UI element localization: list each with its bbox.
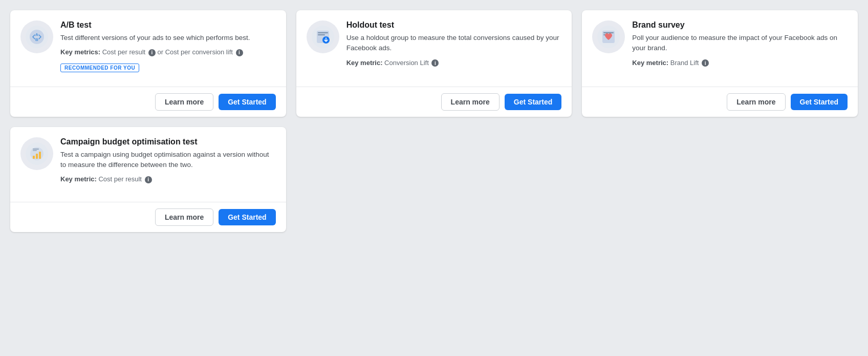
holdout-test-metric-info-icon[interactable]: i [431,59,439,67]
campaign-budget-icon [20,137,53,170]
holdout-test-metric: Key metric: Conversion Lift i [346,59,562,67]
holdout-test-get-started-button[interactable]: Get Started [505,94,561,110]
svg-rect-16 [36,154,38,159]
ab-test-desc: Test different versions of your ads to s… [60,33,276,43]
ab-test-title: A/B test [60,20,276,30]
brand-survey-icon [592,20,625,53]
svg-text:B: B [35,37,38,42]
holdout-test-metric-label: Key metric: [346,59,383,67]
svg-rect-15 [33,156,35,159]
ab-test-get-started-button[interactable]: Get Started [219,94,275,110]
holdout-test-title-block: Holdout test Use a holdout group to meas… [346,20,562,71]
ab-test-metric-info-icon[interactable]: i [148,49,156,56]
campaign-budget-metric-value: Cost per result [98,175,142,183]
brand-survey-metric: Key metric: Brand Lift i [632,59,848,67]
campaign-budget-title-block: Campaign budget optimisation test Test a… [60,137,276,187]
campaign-budget-title: Campaign budget optimisation test [60,137,276,146]
svg-rect-7 [318,34,325,35]
campaign-budget-card-header: Campaign budget optimisation test Test a… [20,137,276,187]
campaign-budget-desc: Test a campaign using budget optimisatio… [60,150,276,171]
brand-survey-card: Brand survey Poll your audience to measu… [582,10,858,117]
holdout-test-card-body: Holdout test Use a holdout group to meas… [296,10,572,87]
brand-survey-metric-info-icon[interactable]: i [702,59,709,67]
brand-survey-card-footer: Learn more Get Started [582,87,858,117]
brand-survey-learn-more-button[interactable]: Learn more [727,93,785,111]
cards-grid: A B A/B test Test different versions of … [10,10,858,232]
ab-test-metric-value: Cost per result [102,48,146,56]
campaign-budget-metric: Key metric: Cost per result i [60,175,276,183]
holdout-test-metric-value: Conversion Lift [384,59,429,67]
recommended-badge: RECOMMENDED FOR YOU [60,64,139,72]
campaign-budget-get-started-button[interactable]: Get Started [219,209,275,225]
ab-test-metric: Key metrics: Cost per result i or Cost p… [60,48,276,56]
brand-survey-desc: Poll your audience to measure the impact… [632,33,848,54]
brand-survey-metric-label: Key metric: [632,59,668,67]
svg-rect-18 [33,149,39,150]
ab-test-metric-extra: or Cost per conversion lift [157,48,232,56]
brand-survey-card-body: Brand survey Poll your audience to measu… [582,10,858,87]
ab-test-learn-more-button[interactable]: Learn more [155,93,213,111]
campaign-budget-learn-more-button[interactable]: Learn more [155,208,213,226]
ab-test-metric-extra-info-icon[interactable]: i [236,49,243,56]
ab-test-card-footer: Learn more Get Started [10,87,286,117]
ab-test-card-header: A B A/B test Test different versions of … [20,20,276,72]
brand-survey-get-started-button[interactable]: Get Started [791,94,848,110]
svg-rect-17 [39,152,41,159]
ab-test-icon: A B [20,20,53,53]
svg-rect-19 [33,150,37,151]
svg-rect-6 [318,32,328,33]
holdout-test-card-header: Holdout test Use a holdout group to meas… [307,20,562,71]
brand-survey-title-block: Brand survey Poll your audience to measu… [632,20,848,71]
campaign-budget-metric-info-icon[interactable]: i [145,176,152,183]
brand-survey-title: Brand survey [632,20,848,30]
ab-test-card-body: A B A/B test Test different versions of … [10,10,286,87]
holdout-test-icon [307,20,339,53]
holdout-test-learn-more-button[interactable]: Learn more [441,93,500,111]
ab-test-title-block: A/B test Test different versions of your… [60,20,276,72]
ab-test-metric-label: Key metrics: [60,48,100,56]
svg-text:A: A [35,32,38,37]
svg-rect-11 [603,32,614,33]
holdout-test-card: Holdout test Use a holdout group to meas… [296,10,572,117]
campaign-budget-card: Campaign budget optimisation test Test a… [10,127,286,232]
ab-test-card: A B A/B test Test different versions of … [10,10,286,117]
brand-survey-card-header: Brand survey Poll your audience to measu… [592,20,848,71]
holdout-test-desc: Use a holdout group to measure the total… [346,33,562,54]
brand-survey-metric-value: Brand Lift [670,59,699,67]
campaign-budget-card-footer: Learn more Get Started [10,202,286,232]
holdout-test-card-footer: Learn more Get Started [296,87,572,117]
holdout-test-title: Holdout test [346,20,562,30]
campaign-budget-metric-label: Key metric: [60,175,97,183]
campaign-budget-card-body: Campaign budget optimisation test Test a… [10,127,286,202]
